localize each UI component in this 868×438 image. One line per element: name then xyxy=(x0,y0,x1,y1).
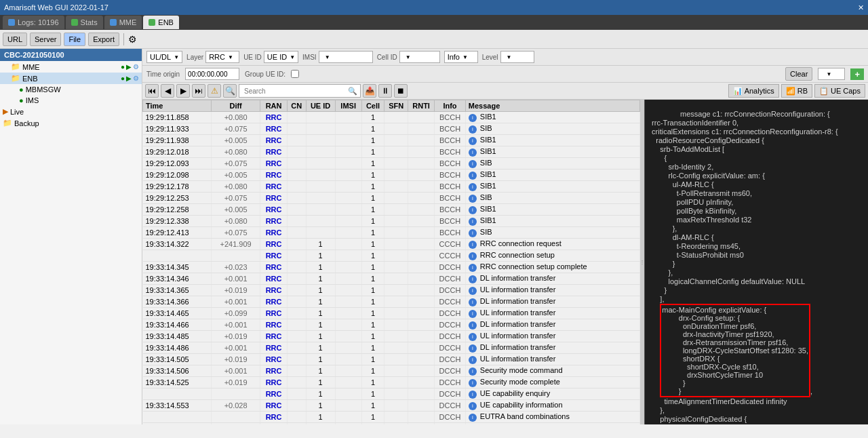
play-pause-button[interactable]: ⏸ xyxy=(378,84,392,98)
cell-diff: +0.075 xyxy=(211,123,260,135)
nav-first-button[interactable]: ⏮ xyxy=(145,84,159,98)
table-row[interactable]: 19:29:12.018 +0.080 RRC 1 BCCH i SIB1 xyxy=(143,146,640,158)
cell-diff xyxy=(211,423,260,425)
table-row[interactable]: 19:33:14.506 +0.001 RRC 1 1 DCCH i Secur… xyxy=(143,365,640,377)
server-button[interactable]: Server xyxy=(30,33,61,46)
export-icon-button[interactable]: 📤 xyxy=(363,84,376,98)
cell-rnti xyxy=(408,216,435,227)
stop-button[interactable]: ⏹ xyxy=(394,84,408,98)
layer-dropdown[interactable]: RRC ▼ xyxy=(205,51,239,63)
table-row[interactable]: 19:33:14.525 +0.019 RRC 1 1 DCCH i Secur… xyxy=(143,377,640,389)
sidebar: CBC-2021050100 📁 MME ● ▶ ⚙ 📁 ENB ● ▶ ⚙ ● xyxy=(0,49,142,424)
add-button[interactable]: + xyxy=(850,68,864,80)
sidebar-item-backup[interactable]: 📁 Backup xyxy=(0,117,142,129)
warning-button[interactable]: ⚠ xyxy=(208,84,221,98)
table-row[interactable]: 19:29:12.253 +0.075 RRC 1 BCCH i SIB xyxy=(143,193,640,204)
cell-imsi xyxy=(335,308,361,319)
info-badge: i xyxy=(469,206,477,214)
ue-caps-button[interactable]: 📋 UE Caps xyxy=(814,84,865,98)
cell-rnti xyxy=(408,250,435,262)
mme-config-icon[interactable]: ⚙ xyxy=(133,63,139,71)
table-row[interactable]: 19:33:14.486 +0.001 RRC 1 1 DCCH i DL in… xyxy=(143,342,640,354)
nav-next-button[interactable]: ▶ xyxy=(176,84,190,98)
mme-play-icon[interactable]: ▶ xyxy=(126,63,132,71)
cell-message: i UL information transfer xyxy=(465,354,639,365)
sidebar-item-mme[interactable]: 📁 MME ● ▶ ⚙ xyxy=(0,61,142,73)
table-row[interactable]: 19:33:14.322 +241.909 RRC 1 1 CCCH i RRC… xyxy=(143,239,640,250)
level-dropdown[interactable]: ▼ xyxy=(500,51,534,63)
tab-stats[interactable]: Stats xyxy=(66,16,103,29)
url-button[interactable]: URL xyxy=(3,33,27,46)
cell-ran: RRC xyxy=(260,181,287,193)
time-origin-input[interactable] xyxy=(185,68,239,80)
table-row[interactable]: 19:29:11.938 +0.005 RRC 1 BCCH i SIB1 xyxy=(143,135,640,146)
stats-icon xyxy=(71,19,78,26)
table-row[interactable]: 19:33:14.366 +0.001 RRC 1 1 DCCH i DL in… xyxy=(143,296,640,308)
info-dropdown[interactable]: Info ▼ xyxy=(444,51,478,63)
cell-diff: +0.001 xyxy=(211,365,260,377)
table-row[interactable]: 19:29:12.413 +0.075 RRC 1 BCCH i SIB xyxy=(143,227,640,239)
search-input[interactable] xyxy=(242,85,348,97)
filter-button[interactable]: 🔍 xyxy=(223,84,237,98)
table-row[interactable]: 19:29:11.933 +0.075 RRC 1 BCCH i SIB xyxy=(143,123,640,135)
cell-sfn xyxy=(384,216,408,227)
imsi-dropdown[interactable]: ▼ xyxy=(319,51,373,63)
sidebar-item-live[interactable]: ▶ Live xyxy=(0,106,142,117)
search-box: 🔍 xyxy=(239,84,361,98)
analytics-button[interactable]: 📊 Analytics xyxy=(728,84,779,98)
table-row[interactable]: 19:33:14.553 +0.028 RRC 1 1 DCCH i UE ca… xyxy=(143,400,640,412)
col-message: Message xyxy=(465,100,639,112)
close-icon[interactable]: ✕ xyxy=(858,3,864,12)
enb-config-icon[interactable]: ⚙ xyxy=(133,75,139,82)
table-row[interactable]: 19:29:11.858 +0.080 RRC 1 BCCH i SIB1 xyxy=(143,112,640,123)
table-row[interactable]: RRC 1 1 DCCH i UE capability enquiry xyxy=(143,389,640,400)
table-row[interactable]: 19:33:14.485 +0.019 RRC 1 1 DCCH i UL in… xyxy=(143,331,640,342)
cell-imsi xyxy=(335,193,361,204)
table-row[interactable]: 19:33:14.365 +0.019 RRC 1 1 DCCH i UL in… xyxy=(143,285,640,296)
sidebar-item-enb[interactable]: 📁 ENB ● ▶ ⚙ xyxy=(0,73,142,84)
ueid-dropdown[interactable]: UE ID ▼ xyxy=(264,51,298,63)
cell-ueid: 1 xyxy=(306,319,335,331)
nav-prev-button[interactable]: ◀ xyxy=(161,84,174,98)
sidebar-item-ims[interactable]: ● IMS xyxy=(0,95,142,106)
tab-enb[interactable]: ENB xyxy=(143,16,179,29)
table-row[interactable]: RRC 1 1 DCCH i EUTRA band combinations xyxy=(143,412,640,423)
cell-message: i Security mode command xyxy=(465,365,639,377)
table-row[interactable]: RRC 1 1 DCCH i UE capability enquiry xyxy=(143,423,640,425)
table-row[interactable]: 19:29:12.338 +0.080 RRC 1 BCCH i SIB1 xyxy=(143,216,640,227)
sidebar-item-mbmsgw[interactable]: ● MBMSGW xyxy=(0,84,142,95)
cell-time: 19:29:12.098 xyxy=(143,170,212,181)
table-row[interactable]: 19:29:12.178 +0.080 RRC 1 BCCH i SIB1 xyxy=(143,181,640,193)
clear-button[interactable]: Clear xyxy=(785,67,812,81)
left-content: UL/DL ▼ Layer RRC ▼ UE ID UE ID ▼ IMSI xyxy=(142,49,868,424)
analytics-label: Analytics xyxy=(745,87,774,95)
table-row[interactable]: 19:33:14.505 +0.019 RRC 1 1 DCCH i UL in… xyxy=(143,354,640,365)
group-ueid-checkbox[interactable] xyxy=(291,70,299,78)
table-row[interactable]: 19:33:14.345 +0.023 RRC 1 1 DCCH i RRC c… xyxy=(143,262,640,273)
table-row[interactable]: 19:29:12.093 +0.075 RRC 1 BCCH i SIB xyxy=(143,158,640,170)
settings-icon[interactable]: ⚙ xyxy=(128,34,137,45)
cell-time xyxy=(143,423,212,425)
file-button[interactable]: File xyxy=(64,33,85,46)
table-row[interactable]: 19:33:14.465 +0.099 RRC 1 1 DCCH i UL in… xyxy=(143,308,640,319)
uldl-dropdown[interactable]: UL/DL ▼ xyxy=(146,51,182,63)
tab-mme[interactable]: MME xyxy=(104,16,142,29)
table-row[interactable]: 19:29:12.258 +0.005 RRC 1 BCCH i SIB1 xyxy=(143,204,640,216)
filter-dropdown[interactable]: ▼ xyxy=(818,68,845,80)
export-button[interactable]: Export xyxy=(88,33,119,46)
rb-button[interactable]: 📶 RB xyxy=(781,84,812,98)
cell-cn xyxy=(287,389,306,400)
table-row[interactable]: RRC 1 1 CCCH i RRC connection setup xyxy=(143,250,640,262)
cell-ran: RRC xyxy=(260,331,287,342)
table-row[interactable]: 19:29:12.098 +0.005 RRC 1 BCCH i SIB1 xyxy=(143,170,640,181)
enb-play-icon[interactable]: ▶ xyxy=(126,75,132,82)
tab-logs[interactable]: Logs: 10196 xyxy=(3,16,64,29)
info-badge: i xyxy=(469,218,477,226)
nav-last-button[interactable]: ⏭ xyxy=(192,84,205,98)
cellid-dropdown[interactable]: ▼ xyxy=(399,51,440,63)
table-row[interactable]: 19:33:14.346 +0.001 RRC 1 1 DCCH i DL in… xyxy=(143,273,640,285)
table-row[interactable]: 19:33:14.466 +0.001 RRC 1 1 DCCH i DL in… xyxy=(143,319,640,331)
cell-cell: 1 xyxy=(361,365,384,377)
cell-sfn xyxy=(384,296,408,308)
cell-rnti xyxy=(408,296,435,308)
